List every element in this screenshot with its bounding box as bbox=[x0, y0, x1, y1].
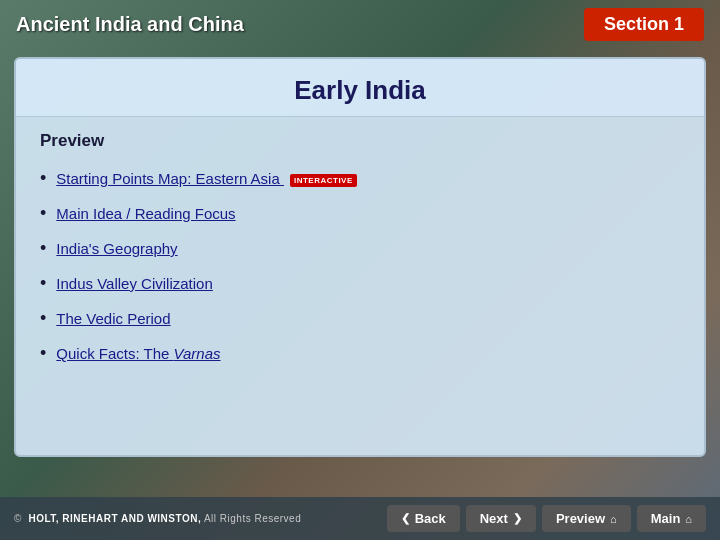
preview-label: Preview bbox=[556, 511, 605, 526]
list-item: • The Vedic Period bbox=[40, 301, 680, 336]
list-item: • Indus Valley Civilization bbox=[40, 266, 680, 301]
bullet-icon: • bbox=[40, 168, 46, 189]
copyright-text: © HOLT, RINEHART AND WINSTON, All Rights… bbox=[14, 513, 301, 524]
next-icon: ❯ bbox=[513, 512, 522, 525]
bullet-icon: • bbox=[40, 238, 46, 259]
back-label: Back bbox=[415, 511, 446, 526]
nav-buttons: ❮ Back Next ❯ Preview ⌂ Main ⌂ bbox=[387, 505, 706, 532]
bullet-icon: • bbox=[40, 343, 46, 364]
list-item: • India's Geography bbox=[40, 231, 680, 266]
page-title: Ancient India and China bbox=[16, 13, 244, 36]
list-item: • Starting Points Map: Eastern Asia INTE… bbox=[40, 161, 680, 196]
interactive-badge: INTERACTIVE bbox=[290, 174, 357, 187]
main-button[interactable]: Main ⌂ bbox=[637, 505, 706, 532]
card-title: Early India bbox=[16, 59, 704, 117]
preview-section: Preview • Starting Points Map: Eastern A… bbox=[16, 117, 704, 385]
bullet-icon: • bbox=[40, 308, 46, 329]
section-badge: Section 1 bbox=[584, 8, 704, 41]
main-label: Main bbox=[651, 511, 681, 526]
list-item: • Main Idea / Reading Focus bbox=[40, 196, 680, 231]
preview-label: Preview bbox=[40, 131, 680, 151]
indus-valley-link[interactable]: Indus Valley Civilization bbox=[56, 275, 212, 292]
preview-icon: ⌂ bbox=[610, 513, 617, 525]
list-item: • Quick Facts: The Varnas bbox=[40, 336, 680, 371]
next-button[interactable]: Next ❯ bbox=[466, 505, 536, 532]
header: Ancient India and China Section 1 bbox=[0, 0, 720, 49]
varnas-italic: Varnas bbox=[174, 345, 221, 362]
vedic-period-link[interactable]: The Vedic Period bbox=[56, 310, 170, 327]
main-idea-link[interactable]: Main Idea / Reading Focus bbox=[56, 205, 235, 222]
back-icon: ❮ bbox=[401, 512, 410, 525]
preview-button[interactable]: Preview ⌂ bbox=[542, 505, 631, 532]
bullet-icon: • bbox=[40, 203, 46, 224]
preview-list: • Starting Points Map: Eastern Asia INTE… bbox=[40, 161, 680, 371]
content-card: Early India Preview • Starting Points Ma… bbox=[14, 57, 706, 457]
main-icon: ⌂ bbox=[685, 513, 692, 525]
starting-points-link[interactable]: Starting Points Map: Eastern Asia INTERA… bbox=[56, 170, 356, 187]
indias-geography-link[interactable]: India's Geography bbox=[56, 240, 177, 257]
next-label: Next bbox=[480, 511, 508, 526]
footer: © HOLT, RINEHART AND WINSTON, All Rights… bbox=[0, 497, 720, 540]
quick-facts-link[interactable]: Quick Facts: The Varnas bbox=[56, 345, 220, 362]
bullet-icon: • bbox=[40, 273, 46, 294]
back-button[interactable]: ❮ Back bbox=[387, 505, 460, 532]
